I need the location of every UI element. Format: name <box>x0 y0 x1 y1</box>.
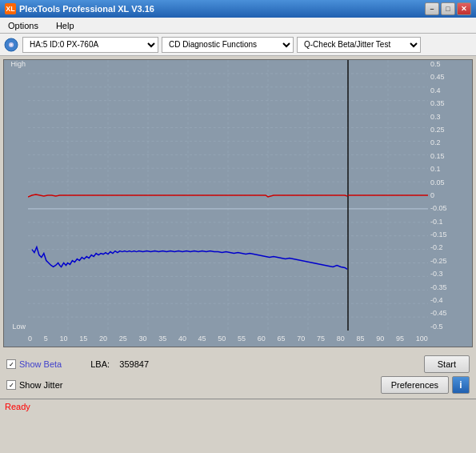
y-right-7: 0.15 <box>430 152 445 160</box>
y-right-12: -0.1 <box>430 218 443 226</box>
y-axis-left: High Low <box>4 60 28 331</box>
y-right-15: -0.25 <box>430 257 447 265</box>
y-right-4: 0.3 <box>430 113 441 121</box>
x-label-30: 30 <box>138 335 146 343</box>
x-label-0: 0 <box>28 335 32 343</box>
x-label-75: 75 <box>317 335 325 343</box>
chart-container: High Low <box>3 59 473 347</box>
menu-help[interactable]: Help <box>51 19 79 32</box>
menu-options[interactable]: Options <box>3 19 43 32</box>
show-jitter-checkbox[interactable]: ✓ <box>6 380 16 390</box>
preferences-button[interactable]: Preferences <box>381 376 449 394</box>
y-right-2: 0.4 <box>430 86 441 94</box>
y-right-19: -0.45 <box>430 309 447 317</box>
y-right-8: 0.1 <box>430 165 441 173</box>
y-right-17: -0.35 <box>430 283 447 291</box>
x-label-55: 55 <box>238 335 246 343</box>
x-label-35: 35 <box>158 335 166 343</box>
y-right-13: -0.15 <box>430 231 447 239</box>
test-select[interactable]: Q-Check Beta/Jitter Test <box>297 37 421 53</box>
bottom-bar: ✓ Show Beta LBA: 359847 Start ✓ Show Jit… <box>0 351 476 399</box>
chart-area <box>28 60 428 331</box>
x-axis: 0 5 10 15 20 25 30 35 40 45 50 55 60 65 … <box>28 331 428 347</box>
title-controls: – □ ✕ <box>425 2 471 15</box>
start-button[interactable]: Start <box>424 355 470 373</box>
bottom-row2: ✓ Show Jitter Preferences i <box>6 376 470 394</box>
y-right-9: 0.05 <box>430 178 445 186</box>
close-button[interactable]: ✕ <box>457 2 471 15</box>
x-label-40: 40 <box>178 335 186 343</box>
bottom-row1: ✓ Show Beta LBA: 359847 Start <box>6 355 470 373</box>
title-bar: XL PlexTools Professional XL V3.16 – □ ✕ <box>0 0 476 18</box>
y-right-16: -0.3 <box>430 270 443 278</box>
drive-select[interactable]: HA:5 ID:0 PX-760A <box>22 37 158 53</box>
right-buttons: Preferences i <box>381 376 470 394</box>
y-right-20: -0.5 <box>430 323 443 331</box>
y-right-1: 0.45 <box>430 73 445 81</box>
x-label-85: 85 <box>356 335 364 343</box>
y-right-0: 0.5 <box>430 60 441 68</box>
menu-bar: Options Help <box>0 18 476 34</box>
app-icon: XL <box>5 3 16 14</box>
x-label-80: 80 <box>337 335 345 343</box>
y-right-5: 0.25 <box>430 126 445 134</box>
show-beta-checkbox[interactable]: ✓ <box>6 359 16 369</box>
x-label-95: 95 <box>396 335 404 343</box>
y-right-14: -0.2 <box>430 243 443 251</box>
toolbar: HA:5 ID:0 PX-760A CD Diagnostic Function… <box>0 34 476 56</box>
status-bar: Ready <box>0 399 476 413</box>
y-right-6: 0.2 <box>430 138 441 146</box>
drive-icon <box>3 37 19 53</box>
function-select[interactable]: CD Diagnostic Functions <box>162 37 294 53</box>
x-label-65: 65 <box>278 335 286 343</box>
x-label-20: 20 <box>99 335 107 343</box>
y-label-low: Low <box>12 323 26 331</box>
y-axis-right: 0.5 0.45 0.4 0.35 0.3 0.25 0.2 0.15 0.1 … <box>428 60 472 331</box>
maximize-button[interactable]: □ <box>441 2 455 15</box>
show-beta-text: Show Beta <box>19 359 62 369</box>
x-label-15: 15 <box>79 335 87 343</box>
minimize-button[interactable]: – <box>425 2 439 15</box>
title-bar-left: XL PlexTools Professional XL V3.16 <box>5 3 154 14</box>
x-label-5: 5 <box>44 335 48 343</box>
y-right-3: 0.35 <box>430 99 445 107</box>
x-label-25: 25 <box>119 335 127 343</box>
x-label-100: 100 <box>416 335 428 343</box>
info-button[interactable]: i <box>452 376 470 394</box>
y-right-18: -0.4 <box>430 296 443 304</box>
x-label-70: 70 <box>297 335 305 343</box>
x-label-10: 10 <box>59 335 67 343</box>
y-right-11: -0.05 <box>430 204 447 212</box>
chart-svg <box>28 60 428 331</box>
status-text: Ready <box>5 402 30 411</box>
y-label-high: High <box>10 60 26 68</box>
y-right-10: 0 <box>430 191 434 199</box>
svg-point-2 <box>10 44 12 46</box>
x-label-50: 50 <box>218 335 226 343</box>
show-jitter-text: Show Jitter <box>19 380 62 390</box>
show-jitter-label[interactable]: ✓ Show Jitter <box>6 380 62 390</box>
x-label-45: 45 <box>198 335 206 343</box>
window-title: PlexTools Professional XL V3.16 <box>19 4 154 14</box>
lba-label: LBA: 359847 <box>90 359 149 369</box>
x-label-60: 60 <box>258 335 266 343</box>
show-beta-label[interactable]: ✓ Show Beta <box>6 359 62 369</box>
x-label-90: 90 <box>376 335 384 343</box>
